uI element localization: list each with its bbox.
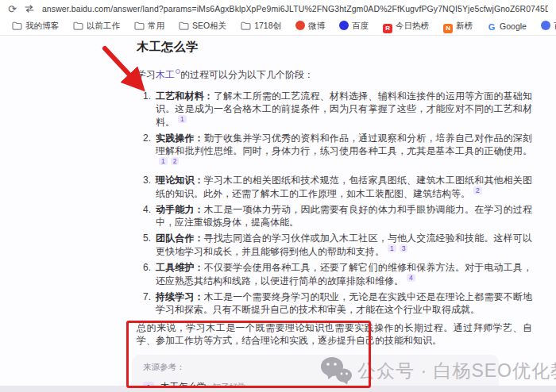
step-label: 工艺和材料： xyxy=(156,90,214,102)
citation-badge[interactable]: 2 xyxy=(473,186,482,194)
reload-icon[interactable]: ⟳ xyxy=(8,4,17,14)
page-body: 木工怎么学 学习木工的过程可以分为以下几个阶段： 1. 工艺和材料：了解木工所需… xyxy=(0,36,556,392)
step-label: 实践操作： xyxy=(156,133,204,144)
step-label: 理论知识： xyxy=(156,175,204,186)
citation-badge[interactable]: 1 xyxy=(388,244,396,252)
page-title: 木工怎么学 xyxy=(137,40,532,55)
bookmark-item-Google[interactable]: G Google xyxy=(480,19,534,33)
list-item: 2. 实践操作：勤于收集并学习优秀的资料和作品，通过观察和分析，培养自己对作品的… xyxy=(143,132,532,171)
citation-badge[interactable]: 3 xyxy=(400,244,408,252)
weibo-icon xyxy=(295,21,305,30)
newrank-icon: N xyxy=(443,24,453,33)
sources-heading: 来源参考： xyxy=(143,362,488,373)
citation-badge[interactable]: 2 xyxy=(171,157,180,165)
bookmark-item-新榜[interactable]: N 新榜 xyxy=(436,19,480,33)
step-number: 6. xyxy=(143,261,156,287)
step-number: 2. xyxy=(143,132,156,171)
rebang-icon: R xyxy=(383,24,392,33)
step-text: 动手能力：木工是一项体力劳动，因此需要有良好的体力和手眼协调能力。在学习的过程中… xyxy=(156,203,532,229)
folder-icon xyxy=(134,21,145,30)
citation-badge[interactable]: 1 xyxy=(159,157,168,165)
step-label: 持续学习： xyxy=(156,291,204,302)
folder-icon xyxy=(179,21,189,30)
bookmark-item-百度指数[interactable]: 百度指数 xyxy=(534,19,556,33)
google-icon: G xyxy=(487,23,496,33)
citation-badge[interactable]: 1 xyxy=(178,115,187,123)
intro-prefix: 学习 xyxy=(137,69,156,80)
bookmark-item-我的博客[interactable]: 我的博客 xyxy=(5,19,66,33)
step-label: 团队合作： xyxy=(156,233,204,244)
list-item: 7. 持续学习：木工是一个需要终身学习的职业，无论是在实践中还是在理论上都需要不… xyxy=(143,290,532,316)
step-label: 工具维护： xyxy=(156,262,204,273)
step-label: 动手能力： xyxy=(156,204,204,215)
folder-icon xyxy=(241,21,251,30)
bookmark-item-微博[interactable]: 微博 xyxy=(288,19,332,33)
step-text: 理论知识：学习木工的相关图纸和技术规范，包括家具图纸、建筑木工图纸和其他相关图纸… xyxy=(156,174,532,200)
bookmark-item-今日热榜[interactable]: R 今日热榜 xyxy=(376,19,436,33)
bottom-edge-strip xyxy=(0,386,556,392)
baidu-index-icon xyxy=(541,21,550,30)
bookmark-item-1718创[interactable]: 1718创 xyxy=(234,19,288,33)
step-number: 4. xyxy=(143,203,156,229)
browser-chrome: ⟳ answer.baidu.com/answer/land?params=iM… xyxy=(0,0,556,36)
list-item: 1. 工艺和材料：了解木工所需的工艺流程、材料选择、辅料和连接件的运用等方面的基… xyxy=(143,90,532,129)
bookmark-item-常用[interactable]: 常用 xyxy=(127,19,172,33)
step-text: 团队合作：寻找志同道合的学习伙伴或加入木工社区，与他人交流经验和技能。这样可以更… xyxy=(156,232,532,258)
step-number: 3. xyxy=(143,174,156,200)
folder-icon xyxy=(12,21,22,30)
intro-suffix: 的过程可以分为以下几个阶段： xyxy=(180,69,314,80)
site-permissions-icon[interactable] xyxy=(25,5,34,13)
list-item: 6. 工具维护：不仅要学会使用各种工具，还要了解它们的维修和保养方法。对于电动工… xyxy=(143,261,532,287)
address-url[interactable]: answer.baidu.com/answer/land?params=iMs6… xyxy=(42,4,548,13)
step-text: 持续学习：木工是一个需要终身学习的职业，无论是在实践中还是在理论上都需要不断地学… xyxy=(156,290,532,316)
article: 木工怎么学 学习木工的过程可以分为以下几个阶段： 1. 工艺和材料：了解木工所需… xyxy=(137,40,532,392)
bookmarks-bar: 我的博客 以前工作 常用 SEO相关 1718创 微博 百度 R 今日热榜 xyxy=(0,17,556,36)
steps-list: 1. 工艺和材料：了解木工所需的工艺流程、材料选择、辅料和连接件的运用等方面的基… xyxy=(137,90,532,316)
bookmark-item-以前工作[interactable]: 以前工作 xyxy=(66,19,127,33)
step-number: 1. xyxy=(143,90,156,129)
list-item: 4. 动手能力：木工是一项体力劳动，因此需要有良好的体力和手眼协调能力。在学习的… xyxy=(143,203,532,229)
list-item: 3. 理论知识：学习木工的相关图纸和技术规范，包括家具图纸、建筑木工图纸和其他相… xyxy=(143,174,532,200)
step-number: 7. xyxy=(143,290,156,316)
list-item: 5. 团队合作：寻找志同道合的学习伙伴或加入木工社区，与他人交流经验和技能。这样… xyxy=(143,232,532,258)
step-text: 工艺和材料：了解木工所需的工艺流程、材料选择、辅料和连接件的运用等方面的基础知识… xyxy=(156,90,532,129)
mugong-term-link[interactable]: 木工 xyxy=(156,69,180,80)
summary-paragraph: 总的来说，学习木工是一个既需要理论知识也需要实践操作的长期过程。通过拜师学艺、自… xyxy=(137,321,532,347)
step-text: 工具维护：不仅要学会使用各种工具，还要了解它们的维修和保养方法。对于电动工具，还… xyxy=(156,261,532,287)
step-text: 实践操作：勤于收集并学习优秀的资料和作品，通过观察和分析，培养自己对作品的深刻理… xyxy=(156,132,532,171)
intro-paragraph: 学习木工的过程可以分为以下几个阶段： xyxy=(137,68,532,81)
bookmark-item-百度[interactable]: 百度 xyxy=(332,19,376,33)
baidu-paw-icon xyxy=(339,21,349,30)
step-number: 5. xyxy=(143,232,156,258)
url-bar[interactable]: ⟳ answer.baidu.com/answer/land?params=iM… xyxy=(0,0,556,17)
citation-badge[interactable]: 4 xyxy=(407,274,415,282)
bookmark-item-SEO相关[interactable]: SEO相关 xyxy=(172,19,234,33)
folder-icon xyxy=(73,21,83,30)
